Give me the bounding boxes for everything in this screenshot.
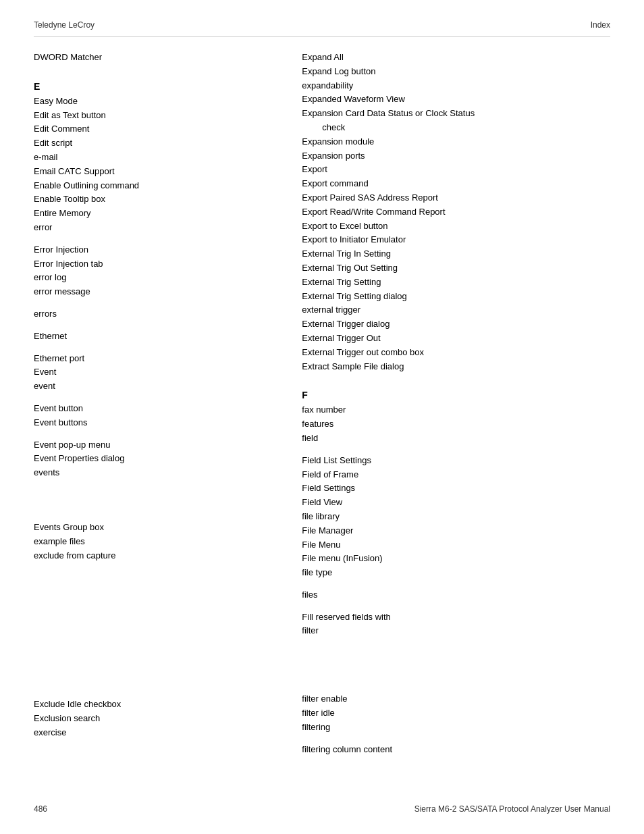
- list-item: Field Settings: [302, 481, 610, 496]
- list-item: external trigger: [302, 303, 610, 317]
- list-item: Expand All: [302, 51, 610, 65]
- header-section: Index: [591, 20, 610, 30]
- list-item: Export to Excel button: [302, 219, 610, 234]
- list-item: Exclusion search: [34, 712, 275, 726]
- list-item: file type: [302, 566, 610, 580]
- list-item: Expansion ports: [302, 149, 610, 163]
- list-item: External Trigger out combo box: [302, 346, 610, 360]
- main-content: DWORD Matcher E Easy Mode Edit as Text b…: [34, 51, 610, 756]
- list-item: Email CATC Support: [34, 165, 275, 179]
- list-item: Export to Initiator Emulator: [302, 233, 610, 247]
- list-item: Export Read/Write Command Report: [302, 205, 610, 219]
- list-item: Event button: [34, 402, 275, 416]
- list-item: File Menu: [302, 538, 610, 552]
- list-item: Enable Tooltip box: [34, 192, 275, 207]
- header-company: Teledyne LeCroy: [34, 20, 95, 30]
- list-item: filter enable: [302, 692, 610, 706]
- list-item: Fill reserved fields with: [302, 610, 610, 625]
- list-item: files: [302, 588, 610, 602]
- list-item: Exclude Idle checkbox: [34, 698, 275, 712]
- page-header: Teledyne LeCroy Index: [34, 20, 610, 37]
- list-item: Easy Mode: [34, 95, 275, 109]
- list-item: Expansion Card Data Status or Clock Stat…: [302, 107, 610, 121]
- left-column: DWORD Matcher E Easy Mode Edit as Text b…: [34, 51, 288, 756]
- list-item: Export: [302, 163, 610, 177]
- list-item: External Trig In Setting: [302, 247, 610, 261]
- list-item: error message: [34, 285, 275, 299]
- list-item: Extract Sample File dialog: [302, 360, 610, 374]
- list-item: filtering column content: [302, 743, 610, 757]
- list-item: External Trig Setting: [302, 276, 610, 290]
- list-item: events: [34, 466, 275, 480]
- section-heading-e: E: [34, 81, 275, 92]
- list-item: Entire Memory: [34, 207, 275, 221]
- list-item: Event: [34, 365, 275, 380]
- list-item: filtering: [302, 721, 610, 735]
- list-item: Event buttons: [34, 416, 275, 430]
- footer-page-number: 486: [34, 804, 47, 814]
- page: Teledyne LeCroy Index DWORD Matcher E Ea…: [0, 0, 644, 834]
- list-item: field: [302, 432, 610, 446]
- list-item: Export command: [302, 177, 610, 191]
- list-item: Edit script: [34, 136, 275, 151]
- list-item: error log: [34, 271, 275, 285]
- list-item: Event Properties dialog: [34, 452, 275, 466]
- list-item: File menu (InFusion): [302, 552, 610, 566]
- list-item: Field List Settings: [302, 454, 610, 468]
- list-item: Event pop-up menu: [34, 438, 275, 452]
- list-item: Ethernet port: [34, 352, 275, 366]
- list-item: Edit as Text button: [34, 109, 275, 123]
- list-item: Expansion module: [302, 135, 610, 149]
- list-item: filter idle: [302, 706, 610, 721]
- list-item: event: [34, 380, 275, 394]
- list-item: External Trigger Out: [302, 332, 610, 346]
- list-item: External Trig Setting dialog: [302, 290, 610, 304]
- list-item: expandability: [302, 79, 610, 93]
- list-item: Events Group box: [34, 521, 275, 535]
- list-item: errors: [34, 307, 275, 321]
- section-heading-f: F: [302, 390, 610, 400]
- footer-manual-title: Sierra M6-2 SAS/SATA Protocol Analyzer U…: [414, 804, 610, 814]
- list-item: filter: [302, 624, 610, 638]
- page-footer: 486 Sierra M6-2 SAS/SATA Protocol Analyz…: [34, 804, 610, 814]
- list-item: External Trig Out Setting: [302, 261, 610, 276]
- list-item: Enable Outlining command: [34, 179, 275, 193]
- list-item: Edit Comment: [34, 122, 275, 136]
- list-item: Expanded Waveform View: [302, 93, 610, 107]
- list-item: Error Injection: [34, 243, 275, 257]
- list-item: example files: [34, 535, 275, 549]
- list-item: DWORD Matcher: [34, 51, 275, 65]
- list-item: features: [302, 417, 610, 432]
- right-column: Expand All Expand Log button expandabili…: [288, 51, 610, 756]
- list-item: e-mail: [34, 151, 275, 165]
- list-item: exclude from capture: [34, 549, 275, 563]
- list-item: Export Paired SAS Address Report: [302, 191, 610, 205]
- list-item: fax number: [302, 403, 610, 417]
- list-item: Error Injection tab: [34, 257, 275, 271]
- list-item: file library: [302, 510, 610, 524]
- list-item: External Trigger dialog: [302, 317, 610, 332]
- list-item: Expand Log button: [302, 65, 610, 79]
- list-item: check: [302, 121, 610, 135]
- list-item: exercise: [34, 726, 275, 740]
- list-item: error: [34, 221, 275, 235]
- list-item: Ethernet: [34, 330, 275, 344]
- list-item: File Manager: [302, 524, 610, 538]
- list-item: Field View: [302, 496, 610, 510]
- list-item: Field of Frame: [302, 468, 610, 482]
